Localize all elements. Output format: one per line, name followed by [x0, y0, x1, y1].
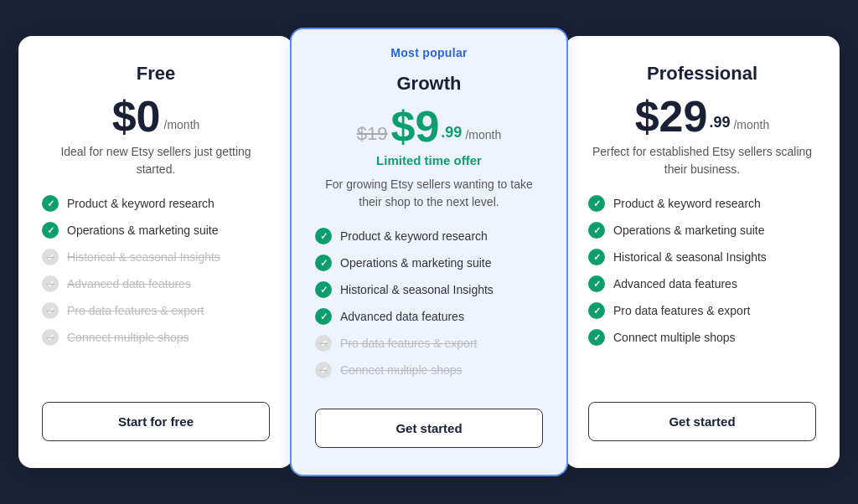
feature-text: Historical & seasonal Insights [613, 250, 767, 264]
check-icon [588, 275, 605, 292]
feature-item: Operations & marketing suite [588, 222, 816, 239]
check-icon [42, 195, 59, 212]
feature-item: Product & keyword research [588, 195, 816, 212]
feature-item: Historical & seasonal Insights [315, 281, 543, 298]
check-icon-disabled [42, 249, 59, 265]
features-list-growth: Product & keyword research Operations & … [315, 228, 543, 388]
plan-card-professional: Professional$29.99/monthPerfect for esta… [565, 36, 840, 468]
feature-text: Product & keyword research [613, 197, 761, 210]
price-cents-professional: .99 [709, 114, 730, 131]
feature-text: Connect multiple shops [613, 331, 736, 344]
feature-item: Pro data features & export [42, 302, 270, 319]
check-icon-disabled [315, 362, 332, 378]
price-main-growth: $9 [391, 105, 440, 148]
check-icon [588, 302, 605, 319]
plan-card-free: Free$0/monthIdeal for new Etsy sellers j… [18, 36, 293, 468]
feature-item: Pro data features & export [588, 302, 816, 319]
feature-text: Pro data features & export [613, 304, 750, 317]
feature-text: Product & keyword research [67, 197, 214, 210]
pricing-container: Free$0/monthIdeal for new Etsy sellers j… [18, 36, 840, 468]
feature-text: Product & keyword research [340, 229, 488, 243]
plan-name-professional: Professional [588, 63, 816, 85]
feature-item: Operations & marketing suite [315, 255, 543, 271]
feature-item: Operations & marketing suite [42, 222, 270, 239]
plan-name-growth: Growth [315, 73, 543, 95]
price-row-free: $0/month [42, 95, 270, 138]
feature-text: Pro data features & export [340, 337, 477, 350]
check-icon-disabled [42, 275, 59, 292]
check-icon [588, 249, 605, 265]
feature-text: Historical & seasonal Insights [67, 250, 220, 264]
check-icon [588, 329, 605, 346]
check-icon [315, 281, 332, 298]
price-period-free: /month [164, 118, 200, 131]
plan-button-growth[interactable]: Get started [315, 409, 543, 448]
plan-button-professional[interactable]: Get started [588, 402, 816, 441]
features-list-professional: Product & keyword research Operations & … [588, 195, 816, 382]
limited-offer-growth: Limited time offer [315, 153, 543, 167]
check-icon [588, 222, 605, 239]
feature-text: Operations & marketing suite [613, 224, 765, 237]
price-period-growth: /month [465, 128, 501, 141]
feature-text: Historical & seasonal Insights [340, 283, 494, 296]
check-icon [315, 308, 332, 325]
feature-item: Historical & seasonal Insights [588, 249, 816, 265]
check-icon-disabled [315, 335, 332, 352]
feature-item: Connect multiple shops [315, 362, 543, 378]
feature-item: Historical & seasonal Insights [42, 249, 270, 265]
feature-item: Advanced data features [42, 275, 270, 292]
plan-button-free[interactable]: Start for free [42, 402, 270, 441]
check-icon-disabled [42, 329, 59, 346]
check-icon [588, 195, 605, 212]
feature-text: Operations & marketing suite [340, 256, 492, 270]
features-list-free: Product & keyword research Operations & … [42, 195, 270, 382]
check-icon [42, 222, 59, 239]
feature-text: Operations & marketing suite [67, 224, 219, 237]
price-main-professional: $29 [635, 95, 708, 138]
check-icon-disabled [42, 302, 59, 319]
check-icon [315, 255, 332, 271]
plan-desc-free: Ideal for new Etsy sellers just getting … [42, 143, 270, 178]
price-row-professional: $29.99/month [588, 95, 816, 138]
feature-text: Advanced data features [340, 310, 464, 323]
price-main-free: $0 [112, 95, 161, 138]
price-period-professional: /month [733, 118, 769, 131]
feature-item: Product & keyword research [315, 228, 543, 244]
price-row-growth: $19$9.99/month [315, 105, 543, 148]
feature-text: Connect multiple shops [67, 331, 189, 344]
feature-item: Pro data features & export [315, 335, 543, 352]
feature-text: Connect multiple shops [340, 363, 463, 377]
feature-item: Product & keyword research [42, 195, 270, 212]
feature-text: Advanced data features [67, 277, 191, 291]
price-old-growth: $19 [357, 123, 388, 145]
plan-desc-professional: Perfect for established Etsy sellers sca… [588, 143, 816, 178]
check-icon [315, 228, 332, 244]
plan-card-growth: Most popularGrowth$19$9.99/monthLimited … [290, 28, 568, 476]
feature-text: Advanced data features [613, 277, 737, 291]
feature-item: Connect multiple shops [588, 329, 816, 346]
price-cents-growth: .99 [441, 124, 462, 141]
plan-desc-growth: For growing Etsy sellers wanting to take… [315, 176, 543, 211]
feature-item: Connect multiple shops [42, 329, 270, 346]
most-popular-badge: Most popular [315, 46, 543, 59]
plan-name-free: Free [42, 63, 270, 85]
feature-item: Advanced data features [588, 275, 816, 292]
feature-item: Advanced data features [315, 308, 543, 325]
feature-text: Pro data features & export [67, 304, 204, 317]
